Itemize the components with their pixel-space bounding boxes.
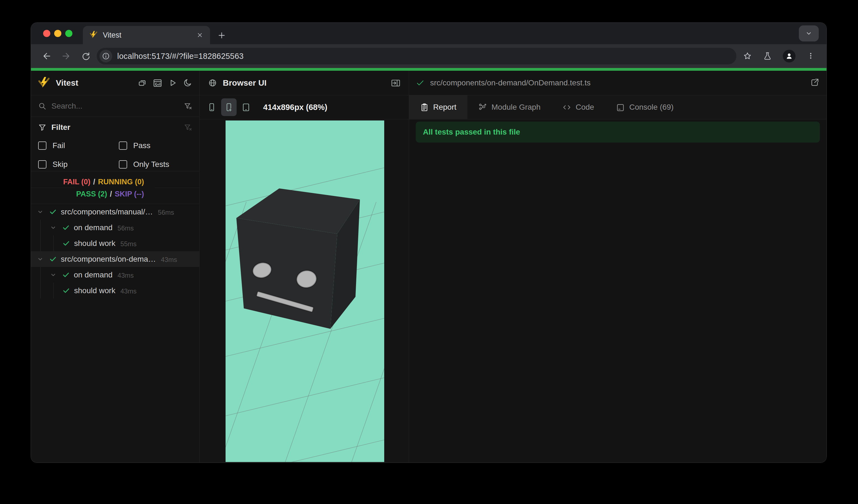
- sidebar-actions: [138, 78, 193, 87]
- tree-test-row[interactable]: on demand56ms: [31, 220, 199, 235]
- menu-kebab-icon[interactable]: [807, 52, 815, 61]
- filter-checkbox-fail[interactable]: Fail: [38, 141, 119, 150]
- dashboard-icon[interactable]: [153, 78, 162, 87]
- tab-module-graph[interactable]: Module Graph: [467, 95, 552, 119]
- tab-search-button[interactable]: [799, 26, 819, 42]
- tab-report[interactable]: Report: [409, 95, 467, 119]
- tab-console[interactable]: Console (69): [605, 95, 684, 119]
- tablet-icon: [242, 103, 250, 112]
- profile-avatar[interactable]: [783, 50, 796, 63]
- checkbox-box[interactable]: [119, 160, 127, 168]
- minimize-window-button[interactable]: [54, 30, 61, 37]
- checkbox-box[interactable]: [38, 142, 46, 150]
- filter-checkbox-pass[interactable]: Pass: [119, 141, 192, 150]
- vitest-favicon-icon: [89, 30, 98, 40]
- phone-plus-icon: [225, 103, 233, 112]
- tree-test-row[interactable]: on demand43ms: [31, 267, 199, 283]
- report-tabs: Report Module Graph Code Console (69): [409, 95, 826, 119]
- url-text[interactable]: localhost:5173/#/?file=1828625563: [117, 52, 243, 61]
- dark-mode-moon-icon[interactable]: [183, 78, 192, 87]
- site-info-icon[interactable]: [99, 50, 112, 63]
- browser-tab-vitest[interactable]: Vitest: [83, 26, 210, 44]
- clear-search-filter-icon[interactable]: [184, 102, 192, 110]
- reload-icon[interactable]: [81, 51, 90, 61]
- tab-strip: Vitest: [31, 23, 826, 44]
- bookmark-star-icon[interactable]: [743, 52, 752, 61]
- tab-code[interactable]: Code: [552, 95, 605, 119]
- chevron-down-icon[interactable]: [34, 204, 46, 220]
- test-viewport[interactable]: [225, 120, 384, 462]
- checkbox-box[interactable]: [38, 160, 46, 168]
- console-icon: [616, 103, 625, 112]
- new-tab-button[interactable]: [217, 31, 226, 40]
- search-icon: [38, 102, 46, 110]
- chevron-down-icon[interactable]: [34, 251, 46, 267]
- code-icon: [562, 103, 571, 112]
- device-tablet-button[interactable]: [238, 98, 254, 116]
- globe-icon: [208, 78, 217, 87]
- collapse-panels-icon[interactable]: [138, 78, 147, 87]
- pass-check-icon: [46, 204, 59, 220]
- browser-toolbar: localhost:5173/#/?file=1828625563: [31, 44, 826, 68]
- tree-test-row[interactable]: should work55ms: [31, 235, 199, 251]
- address-bar[interactable]: localhost:5173/#/?file=1828625563: [97, 48, 736, 64]
- zoom-window-button[interactable]: [65, 30, 73, 37]
- test-duration: 56ms: [158, 208, 174, 216]
- test-duration: 43ms: [120, 286, 137, 295]
- back-icon[interactable]: [42, 51, 51, 61]
- app-title: Vitest: [56, 78, 138, 87]
- close-window-button[interactable]: [43, 30, 50, 37]
- banner-text: All tests passed in this file: [423, 128, 520, 136]
- test-name: on demand: [74, 223, 112, 232]
- tree-test-row[interactable]: should work43ms: [31, 283, 199, 298]
- running-count: RUNNING (0): [98, 178, 144, 186]
- run-all-icon[interactable]: [168, 78, 177, 87]
- report-content: All tests passed in this file: [409, 119, 826, 462]
- skip-count: SKIP (--): [115, 190, 144, 198]
- filter-checkbox-skip[interactable]: Skip: [38, 160, 119, 169]
- test-name: src/components/on-dema…: [61, 255, 156, 264]
- test-name: src/components/manual/…: [61, 208, 153, 216]
- toolbar-right-icons: [743, 50, 815, 63]
- test-name: should work: [74, 239, 115, 248]
- robot-cube-scene: [225, 120, 384, 462]
- sidebar: Vitest: [31, 71, 200, 462]
- device-large-mobile-button[interactable]: [221, 98, 237, 116]
- cube-face-front: [236, 218, 337, 329]
- experiments-flask-icon[interactable]: [763, 52, 772, 61]
- vitest-logo-icon: [37, 76, 50, 90]
- vitest-ui: Vitest: [31, 71, 826, 462]
- filter-checkbox-only-tests[interactable]: Only Tests: [119, 160, 192, 169]
- report-icon: [420, 103, 429, 112]
- test-name: should work: [74, 286, 115, 295]
- tab-close-icon[interactable]: [196, 31, 204, 39]
- chevron-down-icon[interactable]: [47, 267, 60, 283]
- tree-file-row[interactable]: src/components/manual/…56ms: [31, 204, 199, 220]
- indent-guide: [34, 220, 47, 235]
- clear-filters-icon[interactable]: [184, 123, 192, 131]
- browser-ui-title: Browser UI: [223, 78, 391, 87]
- filter-funnel-icon: [38, 123, 46, 131]
- tree-file-row[interactable]: src/components/on-dema…43ms: [31, 251, 199, 267]
- forward-icon[interactable]: [61, 51, 71, 61]
- test-duration: 55ms: [120, 239, 137, 248]
- filter-options: FailPassSkipOnly Tests: [38, 141, 192, 169]
- open-external-icon[interactable]: [810, 78, 820, 88]
- checkbox-label: Skip: [52, 160, 67, 169]
- chevron-down-icon[interactable]: [47, 220, 60, 235]
- test-duration: 43ms: [161, 255, 177, 264]
- file-header: src/components/on-demand/OnDemand.test.t…: [409, 71, 826, 95]
- device-small-mobile-button[interactable]: [204, 98, 220, 116]
- indent-guide: [34, 283, 47, 298]
- viewport-area: [200, 119, 409, 462]
- pass-check-icon: [46, 251, 59, 267]
- fail-count: FAIL (0): [63, 178, 90, 186]
- viewport-size-label: 414x896px (68%): [263, 103, 327, 112]
- checkbox-label: Pass: [133, 141, 150, 150]
- search-input[interactable]: [51, 102, 179, 111]
- checkbox-box[interactable]: [119, 142, 127, 150]
- test-duration: 56ms: [117, 223, 134, 232]
- dock-panel-right-icon[interactable]: [391, 78, 400, 88]
- phone-icon: [208, 103, 216, 112]
- indent-guide: [47, 235, 60, 251]
